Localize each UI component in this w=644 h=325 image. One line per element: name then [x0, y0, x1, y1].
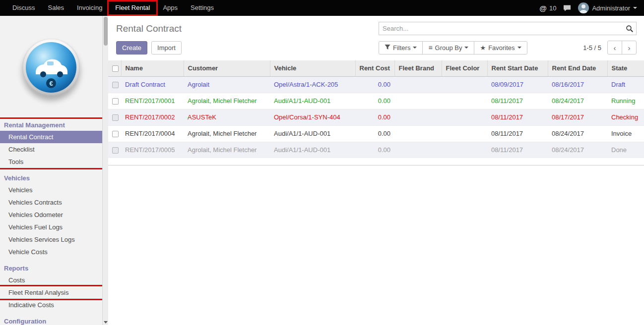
search-input[interactable] [379, 22, 636, 35]
nav-item-settings[interactable]: Settings [184, 1, 220, 14]
sidebar-item-vehicles-fuel-logs[interactable]: Vehicles Fuel Logs [0, 221, 102, 233]
checkbox-cell [108, 125, 121, 142]
row-checkbox[interactable] [112, 82, 119, 88]
col-header-fleet-brand[interactable]: Fleet Brand [394, 60, 442, 76]
scrollbar-thumb[interactable] [104, 17, 108, 46]
select-all-checkbox[interactable] [112, 65, 119, 72]
cell-state: Running [607, 93, 644, 109]
sidebar-section-configuration: Configuration Vehicle Status [0, 315, 102, 325]
navbar-right: @ 10 Administrator [539, 2, 644, 13]
page-title: Rental Contract [116, 23, 379, 34]
cell-name: RENT/2017/0005 [121, 142, 184, 158]
cell-customer: Agrolait, Michel Fletcher [184, 125, 270, 142]
nav-item-invoicing[interactable]: Invoicing [70, 1, 109, 14]
user-menu-caret-icon[interactable] [633, 7, 637, 9]
filters-button[interactable]: Filters [379, 41, 423, 54]
table-row[interactable]: RENT/2017/0002 ASUSTeK Opel/Corsa/1-SYN-… [108, 109, 644, 125]
cell-rent-end-date: 08/24/2017 [548, 93, 607, 109]
row-checkbox[interactable] [112, 114, 119, 121]
col-header-state[interactable]: State [607, 60, 644, 76]
main-content: Rental Contract Create Import [108, 16, 644, 325]
cell-rent-cost: 0.00 [355, 76, 394, 93]
sidebar-item-tools[interactable]: Tools [0, 156, 102, 168]
sidebar-item-vehicles-services-logs[interactable]: Vehicles Services Logs [0, 233, 102, 246]
pager-previous-button[interactable]: ‹ [607, 41, 622, 54]
user-avatar[interactable] [578, 2, 589, 13]
table-row[interactable]: RENT/2017/0001 Agrolait, Michel Fletcher… [108, 93, 644, 109]
row-checkbox[interactable] [112, 98, 119, 105]
user-name[interactable]: Administrator [592, 4, 630, 12]
select-all-cell [108, 60, 121, 76]
pager-range: 1-5 / 5 [583, 44, 601, 52]
cell-rent-cost: 0.00 [355, 93, 394, 109]
cell-fleet-color [442, 142, 487, 158]
cell-customer: Agrolait, Michel Fletcher [184, 142, 270, 158]
pager: 1-5 / 5 ‹ › [583, 41, 637, 54]
group-by-button[interactable]: ≡ Group By [422, 41, 474, 54]
cell-fleet-brand [394, 125, 442, 142]
cell-fleet-brand [394, 76, 442, 93]
favorites-button[interactable]: ★ Favorites [474, 41, 527, 54]
sidebar-item-vehicles-odometer[interactable]: Vehicles Odometer [0, 209, 102, 221]
nav-item-sales[interactable]: Sales [42, 1, 71, 14]
sidebar-item-rental-contract[interactable]: Rental Contract [0, 131, 102, 143]
cell-fleet-brand [394, 93, 442, 109]
sidebar-item-vehicles[interactable]: Vehicles [0, 184, 102, 196]
cell-rent-end-date: 08/16/2017 [548, 76, 607, 93]
cell-state: Invoice [607, 125, 644, 142]
col-header-vehicle[interactable]: Vehicle [270, 60, 355, 76]
group-by-icon: ≡ [428, 44, 432, 51]
table-row[interactable]: Draft Contract Agrolait Opel/Astra/1-ACK… [108, 76, 644, 93]
main-menu: Discuss Sales Invoicing Fleet Rental App… [0, 0, 220, 16]
fleet-rental-logo: € [22, 39, 80, 96]
euro-icon: € [46, 78, 56, 88]
cell-vehicle: Opel/Corsa/1-SYN-404 [270, 109, 355, 125]
col-header-rent-start-date[interactable]: Rent Start Date [487, 60, 548, 76]
cell-fleet-brand [394, 142, 442, 158]
table-row[interactable]: RENT/2017/0005 Agrolait, Michel Fletcher… [108, 142, 644, 158]
scrollbar-down-arrow-icon[interactable] [104, 321, 108, 324]
cell-fleet-color [442, 109, 487, 125]
star-icon: ★ [480, 45, 486, 51]
checkbox-cell [108, 76, 121, 93]
table-row[interactable]: RENT/2017/0004 Agrolait, Michel Fletcher… [108, 125, 644, 142]
sidebar-item-costs[interactable]: Costs [0, 274, 102, 286]
col-header-customer[interactable]: Customer [184, 60, 270, 76]
sidebar-item-vehicles-contracts[interactable]: Vehicles Contracts [0, 196, 102, 209]
pager-next-button[interactable]: › [622, 41, 637, 54]
col-header-fleet-color[interactable]: Fleet Color [442, 60, 487, 76]
cell-name: RENT/2017/0004 [121, 125, 184, 142]
cell-rent-cost: 0.00 [355, 109, 394, 125]
cell-rent-start-date: 08/11/2017 [487, 93, 548, 109]
favorites-label: Favorites [488, 44, 515, 52]
activities-count[interactable]: 10 [549, 4, 556, 12]
sidebar-scrollbar[interactable] [102, 16, 108, 325]
sidebar-section-reports: Reports Costs Fleet Rental Analysis Indi… [0, 262, 102, 311]
nav-item-apps[interactable]: Apps [156, 1, 184, 14]
activities-icon[interactable]: @ [539, 4, 547, 12]
sidebar-item-vehicle-costs[interactable]: Vehicle Costs [0, 246, 102, 258]
nav-item-fleet-rental[interactable]: Fleet Rental [109, 1, 156, 14]
sidebar-item-checklist[interactable]: Checklist [0, 143, 102, 156]
cell-fleet-color [442, 93, 487, 109]
cell-rent-end-date: 08/24/2017 [548, 142, 607, 158]
import-button[interactable]: Import [151, 41, 182, 54]
row-checkbox[interactable] [112, 131, 119, 137]
messages-icon[interactable] [563, 5, 571, 11]
sidebar-section-rental-management: Rental Management Rental Contract Checkl… [0, 119, 102, 168]
cell-rent-start-date: 08/11/2017 [487, 109, 548, 125]
cell-vehicle: Audi/A1/1-AUD-001 [270, 93, 355, 109]
sidebar-item-indicative-costs[interactable]: Indicative Costs [0, 299, 102, 311]
row-checkbox[interactable] [112, 147, 119, 154]
sidebar-section-vehicles: Vehicles Vehicles Vehicles Contracts Veh… [0, 172, 102, 258]
cell-fleet-color [442, 125, 487, 142]
cell-name: Draft Contract [121, 76, 184, 93]
create-button[interactable]: Create [116, 41, 147, 54]
col-header-rent-cost[interactable]: Rent Cost [355, 60, 394, 76]
col-header-name[interactable]: Name [121, 60, 184, 76]
sidebar-item-fleet-rental-analysis[interactable]: Fleet Rental Analysis [0, 286, 102, 299]
nav-item-discuss[interactable]: Discuss [6, 1, 42, 14]
search-icon[interactable] [626, 25, 634, 33]
col-header-rent-end-date[interactable]: Rent End Date [548, 60, 607, 76]
checkbox-cell [108, 93, 121, 109]
